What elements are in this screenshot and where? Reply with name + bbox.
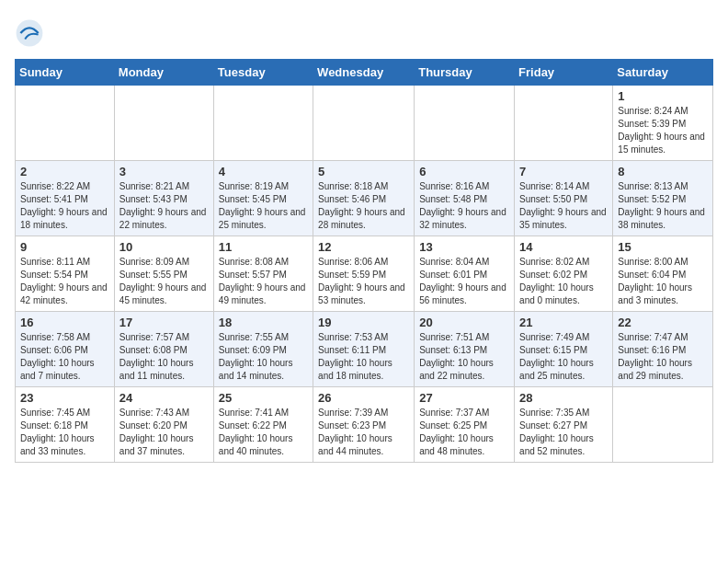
day-number: 7 [519,165,608,178]
header [15,15,713,48]
day-number: 18 [219,316,308,329]
day-info: Sunrise: 8:13 AM Sunset: 5:52 PM Dayligh… [618,180,708,232]
calendar-cell [114,86,213,161]
day-info: Sunrise: 7:53 AM Sunset: 6:11 PM Dayligh… [318,331,409,383]
day-info: Sunrise: 7:35 AM Sunset: 6:27 PM Dayligh… [519,407,608,458]
day-number: 17 [119,316,209,329]
calendar-cell: 21Sunrise: 7:49 AM Sunset: 6:15 PM Dayli… [515,312,613,387]
calendar-header-row: SundayMondayTuesdayWednesdayThursdayFrid… [16,60,713,86]
calendar-cell: 28Sunrise: 7:35 AM Sunset: 6:27 PM Dayli… [515,387,613,463]
calendar-cell: 14Sunrise: 8:02 AM Sunset: 6:02 PM Dayli… [515,236,613,312]
day-info: Sunrise: 7:47 AM Sunset: 6:16 PM Dayligh… [618,331,708,383]
day-info: Sunrise: 8:18 AM Sunset: 5:46 PM Dayligh… [318,180,409,232]
calendar-cell: 9Sunrise: 8:11 AM Sunset: 5:54 PM Daylig… [16,236,115,312]
calendar-header-monday: Monday [114,60,213,86]
calendar-header-thursday: Thursday [415,60,515,86]
calendar-week-1: 1Sunrise: 8:24 AM Sunset: 5:39 PM Daylig… [16,86,713,161]
day-info: Sunrise: 8:24 AM Sunset: 5:39 PM Dayligh… [618,105,708,156]
day-info: Sunrise: 7:55 AM Sunset: 6:09 PM Dayligh… [219,331,308,383]
calendar-table: SundayMondayTuesdayWednesdayThursdayFrid… [15,59,713,463]
calendar-cell [415,86,515,161]
calendar-cell: 13Sunrise: 8:04 AM Sunset: 6:01 PM Dayli… [415,236,515,312]
day-number: 22 [618,316,708,329]
calendar-header-wednesday: Wednesday [313,60,415,86]
day-number: 19 [318,316,409,329]
day-number: 9 [20,240,109,254]
calendar-cell: 4Sunrise: 8:19 AM Sunset: 5:45 PM Daylig… [213,161,313,236]
day-number: 26 [318,391,409,405]
day-number: 5 [318,165,409,178]
calendar-cell [613,387,713,463]
day-number: 23 [20,391,109,405]
day-info: Sunrise: 8:00 AM Sunset: 6:04 PM Dayligh… [618,256,708,307]
day-info: Sunrise: 7:45 AM Sunset: 6:18 PM Dayligh… [20,407,109,458]
calendar-cell: 26Sunrise: 7:39 AM Sunset: 6:23 PM Dayli… [313,387,415,463]
calendar-cell: 3Sunrise: 8:21 AM Sunset: 5:43 PM Daylig… [114,161,213,236]
day-info: Sunrise: 7:51 AM Sunset: 6:13 PM Dayligh… [419,331,509,383]
day-number: 11 [219,240,308,254]
day-number: 27 [419,391,509,405]
calendar-cell: 10Sunrise: 8:09 AM Sunset: 5:55 PM Dayli… [114,236,213,312]
calendar-cell: 5Sunrise: 8:18 AM Sunset: 5:46 PM Daylig… [313,161,415,236]
day-number: 1 [618,89,708,103]
logo-icon [15,18,44,48]
calendar-cell: 8Sunrise: 8:13 AM Sunset: 5:52 PM Daylig… [613,161,713,236]
day-number: 25 [219,391,308,405]
calendar-cell: 23Sunrise: 7:45 AM Sunset: 6:18 PM Dayli… [16,387,115,463]
calendar-cell [515,86,613,161]
day-info: Sunrise: 8:11 AM Sunset: 5:54 PM Dayligh… [20,256,109,307]
day-info: Sunrise: 8:14 AM Sunset: 5:50 PM Dayligh… [519,180,608,232]
calendar-cell [16,86,115,161]
day-number: 21 [519,316,608,329]
day-info: Sunrise: 8:08 AM Sunset: 5:57 PM Dayligh… [219,256,308,307]
calendar-cell: 1Sunrise: 8:24 AM Sunset: 5:39 PM Daylig… [613,86,713,161]
day-info: Sunrise: 8:22 AM Sunset: 5:41 PM Dayligh… [20,180,109,232]
calendar-cell [313,86,415,161]
day-info: Sunrise: 8:06 AM Sunset: 5:59 PM Dayligh… [318,256,409,307]
calendar-week-3: 9Sunrise: 8:11 AM Sunset: 5:54 PM Daylig… [16,236,713,312]
day-number: 2 [20,165,109,178]
calendar-cell: 12Sunrise: 8:06 AM Sunset: 5:59 PM Dayli… [313,236,415,312]
calendar-cell: 18Sunrise: 7:55 AM Sunset: 6:09 PM Dayli… [213,312,313,387]
day-info: Sunrise: 8:21 AM Sunset: 5:43 PM Dayligh… [119,180,209,232]
calendar-week-5: 23Sunrise: 7:45 AM Sunset: 6:18 PM Dayli… [16,387,713,463]
day-info: Sunrise: 7:39 AM Sunset: 6:23 PM Dayligh… [318,407,409,458]
calendar-header-sunday: Sunday [16,60,115,86]
calendar-cell: 16Sunrise: 7:58 AM Sunset: 6:06 PM Dayli… [16,312,115,387]
calendar-cell: 17Sunrise: 7:57 AM Sunset: 6:08 PM Dayli… [114,312,213,387]
day-number: 8 [618,165,708,178]
day-number: 3 [119,165,209,178]
day-number: 4 [219,165,308,178]
day-number: 14 [519,240,608,254]
calendar-week-2: 2Sunrise: 8:22 AM Sunset: 5:41 PM Daylig… [16,161,713,236]
day-number: 24 [119,391,209,405]
svg-point-0 [17,20,43,47]
day-number: 6 [419,165,509,178]
day-info: Sunrise: 7:49 AM Sunset: 6:15 PM Dayligh… [519,331,608,383]
calendar-header-friday: Friday [515,60,613,86]
calendar-cell: 2Sunrise: 8:22 AM Sunset: 5:41 PM Daylig… [16,161,115,236]
day-number: 10 [119,240,209,254]
day-info: Sunrise: 7:43 AM Sunset: 6:20 PM Dayligh… [119,407,209,458]
calendar-cell: 7Sunrise: 8:14 AM Sunset: 5:50 PM Daylig… [515,161,613,236]
day-info: Sunrise: 7:41 AM Sunset: 6:22 PM Dayligh… [219,407,308,458]
day-info: Sunrise: 8:02 AM Sunset: 6:02 PM Dayligh… [519,256,608,307]
calendar-cell: 20Sunrise: 7:51 AM Sunset: 6:13 PM Dayli… [415,312,515,387]
calendar-cell: 27Sunrise: 7:37 AM Sunset: 6:25 PM Dayli… [415,387,515,463]
day-info: Sunrise: 7:37 AM Sunset: 6:25 PM Dayligh… [419,407,509,458]
calendar-cell: 19Sunrise: 7:53 AM Sunset: 6:11 PM Dayli… [313,312,415,387]
day-info: Sunrise: 7:58 AM Sunset: 6:06 PM Dayligh… [20,331,109,383]
calendar-week-4: 16Sunrise: 7:58 AM Sunset: 6:06 PM Dayli… [16,312,713,387]
calendar-cell: 6Sunrise: 8:16 AM Sunset: 5:48 PM Daylig… [415,161,515,236]
day-number: 16 [20,316,109,329]
day-info: Sunrise: 8:19 AM Sunset: 5:45 PM Dayligh… [219,180,308,232]
calendar-cell: 15Sunrise: 8:00 AM Sunset: 6:04 PM Dayli… [613,236,713,312]
calendar-cell: 22Sunrise: 7:47 AM Sunset: 6:16 PM Dayli… [613,312,713,387]
day-number: 13 [419,240,509,254]
calendar-cell: 25Sunrise: 7:41 AM Sunset: 6:22 PM Dayli… [213,387,313,463]
calendar-header-saturday: Saturday [613,60,713,86]
day-info: Sunrise: 8:16 AM Sunset: 5:48 PM Dayligh… [419,180,509,232]
calendar-cell: 24Sunrise: 7:43 AM Sunset: 6:20 PM Dayli… [114,387,213,463]
day-info: Sunrise: 8:04 AM Sunset: 6:01 PM Dayligh… [419,256,509,307]
day-info: Sunrise: 8:09 AM Sunset: 5:55 PM Dayligh… [119,256,209,307]
